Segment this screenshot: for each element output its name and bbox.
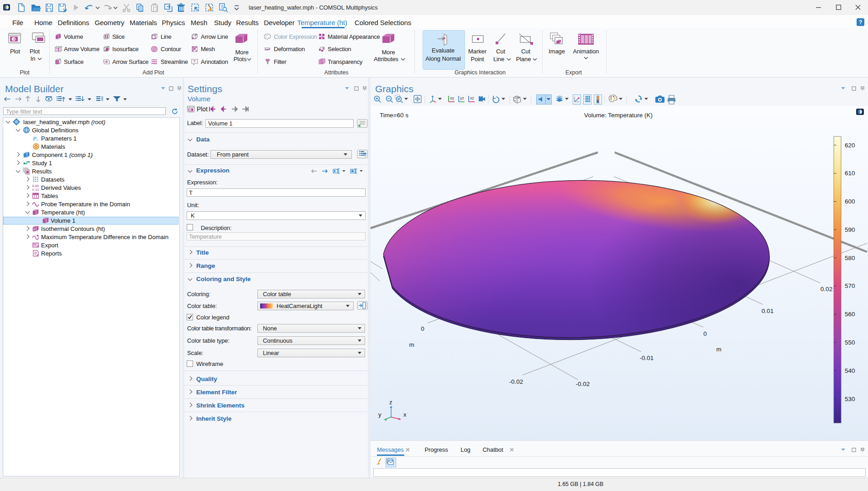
svg-text:580: 580 [845,255,855,261]
svg-text:Time=60 s: Time=60 s [380,112,408,119]
svg-text:i: i [37,138,37,142]
svg-text:540: 540 [845,367,855,374]
svg-text:570: 570 [845,282,855,289]
svg-text:0: 0 [421,325,424,332]
svg-text:xy: xy [450,96,455,100]
svg-text:0.01: 0.01 [762,308,774,314]
svg-text:-0.02: -0.02 [509,378,523,385]
svg-text:620: 620 [845,142,855,149]
svg-text:590: 590 [845,226,855,233]
svg-text:600: 600 [845,198,855,205]
svg-text:e-12: e-12 [32,188,39,192]
svg-text:0.02: 0.02 [821,286,832,293]
svg-text:P: P [32,136,37,142]
svg-text:0: 0 [703,330,707,337]
svg-text:yz: yz [460,96,465,100]
svg-text:y: y [378,411,382,418]
svg-text:x: x [403,411,407,418]
svg-text:550: 550 [845,339,855,346]
svg-text:610: 610 [845,170,855,177]
svg-text:m: m [409,341,414,348]
svg-text:m: m [716,346,721,353]
svg-text:560: 560 [845,311,855,318]
svg-text:-0.02: -0.02 [576,381,590,387]
svg-text:-0.01: -0.01 [640,355,654,361]
svg-text:xz: xz [470,96,475,100]
svg-text:z: z [389,399,392,406]
svg-text:530: 530 [845,396,855,402]
svg-text:Volume: Temperature (K): Volume: Temperature (K) [584,112,653,119]
